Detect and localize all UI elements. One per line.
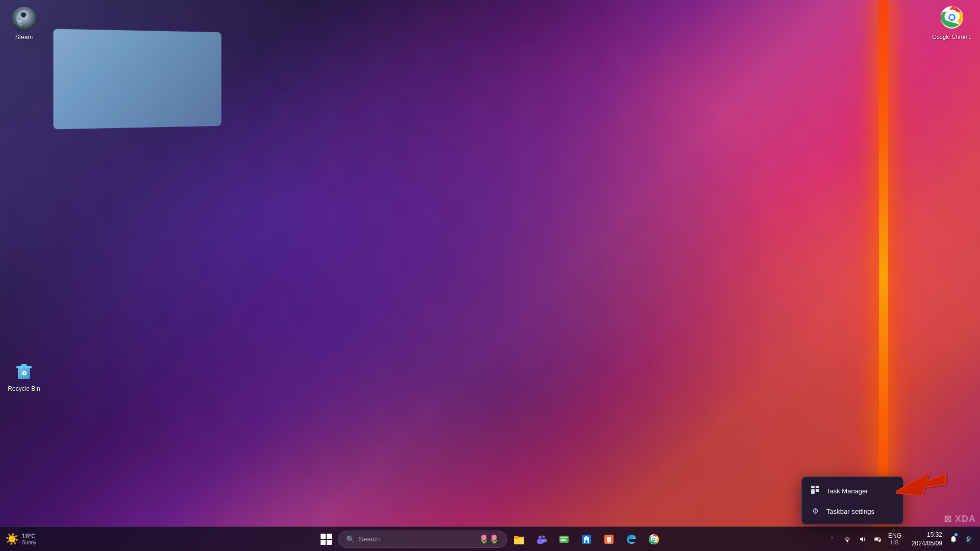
svg-rect-20 — [514, 536, 519, 539]
desktop: Steam ♻ — [0, 0, 980, 551]
taskbar-icon-edge[interactable] — [621, 529, 642, 549]
svg-rect-15 — [816, 486, 819, 488]
svg-point-44 — [968, 537, 970, 539]
search-bar[interactable]: 🔍 Search 🌷🌷 — [338, 531, 507, 548]
search-icon: 🔍 — [346, 535, 355, 543]
desktop-icon-steam[interactable]: Steam — [4, 3, 44, 44]
notification-dot — [954, 533, 958, 536]
svg-rect-16 — [811, 489, 815, 494]
taskbar-center: 🔍 Search 🌷🌷 — [316, 529, 664, 549]
taskbar-icon-app5[interactable] — [599, 529, 619, 549]
task-manager-label: Task Manager — [826, 487, 868, 495]
desktop-icon-recycle-bin[interactable]: ♻ Recycle Bin — [4, 355, 44, 395]
windows-logo — [321, 534, 332, 545]
recycle-bin-label: Recycle Bin — [8, 385, 40, 392]
clock-date: 2024/05/09 — [912, 539, 942, 548]
clock-time: 15:32 — [927, 531, 942, 539]
tray-notification[interactable] — [946, 529, 961, 549]
tray-battery-icon[interactable] — [871, 529, 885, 549]
svg-point-22 — [543, 535, 545, 538]
svg-rect-17 — [816, 489, 819, 492]
person-overlay — [153, 26, 776, 531]
region-code: US — [891, 539, 898, 546]
tray-chevron[interactable]: ⌃ — [825, 529, 839, 549]
taskbar-settings-label: Taskbar settings — [826, 508, 874, 515]
steam-icon-label: Steam — [15, 34, 33, 41]
taskbar-system-tray: ⌃ — [825, 529, 980, 549]
start-button[interactable] — [316, 529, 336, 549]
taskbar: ☀️ 18°C Sunny 🔍 Search � — [0, 527, 980, 551]
steam-icon — [11, 6, 37, 32]
neon-light-strip — [879, 0, 888, 551]
taskbar-icon-ms-store[interactable] — [576, 529, 597, 549]
svg-rect-14 — [811, 486, 815, 488]
taskbar-settings-icon: ⚙ — [810, 507, 820, 516]
svg-rect-27 — [560, 539, 566, 540]
tray-steam-icon[interactable] — [962, 529, 976, 549]
svg-point-21 — [538, 536, 542, 539]
taskbar-icon-file-explorer[interactable] — [509, 529, 529, 549]
svg-point-36 — [847, 541, 848, 542]
svg-rect-26 — [560, 537, 568, 538]
svg-rect-28 — [560, 540, 567, 541]
tray-clock[interactable]: 15:32 2024/05/09 — [904, 530, 945, 549]
context-menu-item-task-manager[interactable]: Task Manager — [802, 480, 903, 502]
svg-point-2 — [21, 13, 26, 17]
tray-network-icon[interactable] — [840, 529, 854, 549]
context-menu: Task Manager ⚙ Taskbar settings — [801, 477, 903, 524]
taskbar-icon-chrome[interactable] — [644, 529, 664, 549]
tray-language[interactable]: ENG US — [886, 531, 903, 547]
search-placeholder: Search — [359, 535, 380, 543]
chrome-icon — [940, 5, 964, 32]
language-code: ENG — [888, 532, 901, 539]
tray-speaker-icon[interactable] — [855, 529, 870, 549]
taskbar-icon-teams[interactable] — [531, 529, 552, 549]
svg-rect-24 — [542, 539, 547, 542]
recycle-bin-icon: ♻ — [11, 358, 37, 383]
task-manager-icon — [810, 485, 820, 496]
taskbar-weather[interactable]: ☀️ 18°C Sunny — [0, 533, 61, 546]
chrome-desktop-label: Google Chrome — [932, 34, 972, 40]
weather-info: 18°C Sunny — [22, 533, 36, 545]
svg-rect-38 — [875, 538, 878, 540]
weather-icon: ☀️ — [5, 533, 19, 546]
context-menu-item-taskbar-settings[interactable]: ⚙ Taskbar settings — [802, 502, 903, 521]
svg-marker-18 — [896, 469, 949, 495]
weather-condition: Sunny — [22, 540, 36, 545]
taskbar-icon-explorer[interactable] — [554, 529, 574, 549]
xda-watermark: ⊠ XDA — [944, 513, 976, 524]
svg-point-35 — [653, 538, 655, 540]
svg-rect-39 — [880, 539, 881, 540]
desktop-icon-chrome[interactable]: Google Chrome — [929, 2, 975, 43]
svg-point-13 — [950, 15, 954, 19]
svg-rect-30 — [585, 540, 587, 543]
svg-rect-5 — [21, 364, 27, 366]
search-decoration: 🌷🌷 — [479, 534, 499, 544]
red-arrow-indicator — [896, 469, 952, 497]
weather-temperature: 18°C — [22, 533, 36, 540]
